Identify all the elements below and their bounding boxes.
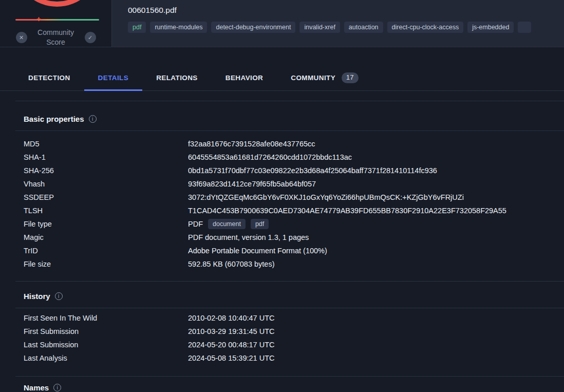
property-value-text: 2024-05-08 15:39:21 UTC bbox=[188, 354, 274, 362]
property-row: Vhash93f69a823d1412ce79f65fb5ab64bf057 bbox=[15, 177, 564, 191]
names-header: Names i bbox=[15, 377, 564, 392]
tab-behavior[interactable]: BEHAVIOR bbox=[212, 66, 277, 91]
tab-label: DETECTION bbox=[28, 74, 70, 82]
property-value-text: 2010-02-08 10:40:47 UTC bbox=[188, 314, 274, 322]
tab-relations[interactable]: RELATIONS bbox=[142, 66, 212, 91]
section-title: History bbox=[24, 292, 50, 301]
names-section: Names i bbox=[15, 377, 564, 392]
property-row: TLSHT1CAD4C453B7900639C0AED7304AE74779AB… bbox=[15, 204, 564, 217]
property-row: File typePDFdocumentpdf bbox=[15, 217, 564, 231]
property-row: File size592.85 KB (607083 bytes) bbox=[15, 257, 564, 271]
property-row: MD5f32aa81676c7391528afe08e437765cc bbox=[15, 137, 564, 151]
tabs: DETECTIONDETAILSRELATIONSBEHAVIORCOMMUNI… bbox=[0, 47, 564, 91]
property-label: Last Analysis bbox=[24, 354, 188, 362]
property-value: T1CAD4C453B7900639C0AED7304AE74779AB39FD… bbox=[188, 207, 506, 215]
property-row: SSDEEP3072:dYtQZGEqMc6GbY6vF0XKJ1oGxYq6Y… bbox=[15, 191, 564, 204]
info-icon[interactable]: i bbox=[55, 292, 63, 300]
property-label: Magic bbox=[24, 233, 188, 241]
property-value-text: 93f69a823d1412ce79f65fb5ab64bf057 bbox=[188, 180, 316, 188]
tag-invalid-xref[interactable]: invalid-xref bbox=[299, 22, 340, 33]
tab-label: DETAILS bbox=[98, 74, 129, 82]
property-value: 2010-03-29 19:31:45 UTC bbox=[188, 327, 274, 335]
tab-community[interactable]: COMMUNITY17 bbox=[277, 66, 372, 91]
property-label: Last Submission bbox=[24, 341, 188, 349]
tag-direct-cpu-clock-access[interactable]: direct-cpu-clock-access bbox=[387, 22, 464, 33]
property-value-text: 2010-03-29 19:31:45 UTC bbox=[188, 327, 274, 335]
section-title: Names bbox=[24, 383, 49, 392]
property-row: SHA-16045554853a61681d7264260cdd1072bbdc… bbox=[15, 151, 564, 164]
file-name: 00601560.pdf bbox=[128, 6, 564, 15]
property-row: MagicPDF document, version 1.3, 1 pages bbox=[15, 231, 564, 244]
chip-document[interactable]: document bbox=[208, 219, 246, 229]
history-rows: First Seen In The Wild2010-02-08 10:40:4… bbox=[15, 308, 564, 376]
details-content: Basic properties i MD5f32aa81676c7391528… bbox=[15, 101, 564, 392]
tab-label: BEHAVIOR bbox=[225, 74, 263, 82]
property-value-text: Adobe Portable Document Format (100%) bbox=[188, 247, 327, 255]
property-label: SSDEEP bbox=[24, 193, 188, 201]
basic-properties-section: Basic properties i MD5f32aa81676c7391528… bbox=[15, 101, 564, 282]
tag-autoaction[interactable]: autoaction bbox=[344, 22, 383, 33]
property-row: First Submission2010-03-29 19:31:45 UTC bbox=[15, 325, 564, 338]
basic-properties-header: Basic properties i bbox=[15, 101, 564, 130]
property-value: PDFdocumentpdf bbox=[188, 219, 269, 229]
property-row: Last Submission2024-05-20 00:48:17 UTC bbox=[15, 338, 564, 351]
property-value: 93f69a823d1412ce79f65fb5ab64bf057 bbox=[188, 180, 316, 188]
score-panel: + ✕ Community Score ✓ bbox=[0, 0, 112, 47]
property-label: First Seen In The Wild bbox=[24, 314, 188, 322]
property-value-text: f32aa81676c7391528afe08e437765cc bbox=[188, 140, 315, 148]
property-value: 2010-02-08 10:40:47 UTC bbox=[188, 314, 274, 322]
property-value-text: 2024-05-20 00:48:17 UTC bbox=[188, 341, 274, 349]
property-value: 592.85 KB (607083 bytes) bbox=[188, 260, 274, 268]
info-icon[interactable]: i bbox=[89, 115, 97, 123]
property-row: SHA-2560bd1a5731f70dbf77c03e09822e2b3d68… bbox=[15, 164, 564, 177]
property-value-text: PDF document, version 1.3, 1 pages bbox=[188, 233, 309, 241]
property-value-text: PDF bbox=[188, 220, 203, 228]
community-score-marker-icon: + bbox=[36, 15, 41, 23]
upvote-icon[interactable]: ✓ bbox=[85, 32, 96, 43]
property-label: TLSH bbox=[24, 207, 188, 215]
property-value-text: 0bd1a5731f70dbf77c03e09822e2b3d68a4f2506… bbox=[188, 166, 437, 175]
tag-pdf[interactable]: pdf bbox=[128, 22, 146, 33]
community-count-badge: 17 bbox=[342, 72, 359, 83]
property-label: SHA-256 bbox=[24, 166, 188, 175]
community-score-slider: + bbox=[15, 19, 99, 21]
community-score-label: Community Score bbox=[33, 28, 79, 47]
property-label: Vhash bbox=[24, 180, 188, 188]
property-value: 0bd1a5731f70dbf77c03e09822e2b3d68a4f2506… bbox=[188, 166, 437, 175]
history-header: History i bbox=[15, 282, 564, 308]
property-row: TrIDAdobe Portable Document Format (100%… bbox=[15, 244, 564, 257]
tag-clipped[interactable] bbox=[518, 22, 531, 33]
tag-js-embedded[interactable]: js-embedded bbox=[467, 22, 514, 33]
tab-label: RELATIONS bbox=[156, 74, 198, 82]
property-value: f32aa81676c7391528afe08e437765cc bbox=[188, 140, 315, 148]
tag-detect-debug-environment[interactable]: detect-debug-environment bbox=[211, 22, 295, 33]
tag-runtime-modules[interactable]: runtime-modules bbox=[150, 22, 207, 33]
property-label: First Submission bbox=[24, 327, 188, 335]
property-label: File type bbox=[24, 220, 188, 228]
tab-detection[interactable]: DETECTION bbox=[14, 66, 84, 91]
property-row: First Seen In The Wild2010-02-08 10:40:4… bbox=[15, 311, 564, 325]
chip-pdf[interactable]: pdf bbox=[251, 219, 269, 229]
community-score-widget: ✕ Community Score ✓ bbox=[0, 28, 111, 47]
file-summary-card: 00601560.pdf pdfruntime-modulesdetect-de… bbox=[112, 0, 564, 47]
file-header: + ✕ Community Score ✓ 00601560.pdf pdfru… bbox=[0, 0, 564, 47]
tab-details[interactable]: DETAILS bbox=[84, 66, 143, 91]
property-value: PDF document, version 1.3, 1 pages bbox=[188, 233, 309, 241]
section-title: Basic properties bbox=[24, 115, 84, 123]
info-icon[interactable]: i bbox=[53, 384, 61, 391]
property-value: 2024-05-20 00:48:17 UTC bbox=[188, 341, 274, 349]
property-value-text: 3072:dYtQZGEqMc6GbY6vF0XKJ1oGxYq6YoZi66h… bbox=[188, 193, 464, 201]
property-value-text: 592.85 KB (607083 bytes) bbox=[188, 260, 274, 268]
property-label: MD5 bbox=[24, 140, 188, 148]
property-row: Last Analysis2024-05-08 15:39:21 UTC bbox=[15, 351, 564, 365]
detection-gauge-arc bbox=[13, 0, 101, 7]
property-value: 3072:dYtQZGEqMc6GbY6vF0XKJ1oGxYq6YoZi66h… bbox=[188, 193, 464, 201]
property-value: 6045554853a61681d7264260cdd1072bbdc113ac bbox=[188, 153, 352, 161]
property-value-text: T1CAD4C453B7900639C0AED7304AE74779AB39FD… bbox=[188, 207, 506, 215]
property-label: TrID bbox=[24, 247, 188, 255]
downvote-icon[interactable]: ✕ bbox=[16, 32, 27, 43]
property-value: 2024-05-08 15:39:21 UTC bbox=[188, 354, 274, 362]
property-value: Adobe Portable Document Format (100%) bbox=[188, 247, 327, 255]
property-label: SHA-1 bbox=[24, 153, 188, 161]
property-label: File size bbox=[24, 260, 188, 268]
